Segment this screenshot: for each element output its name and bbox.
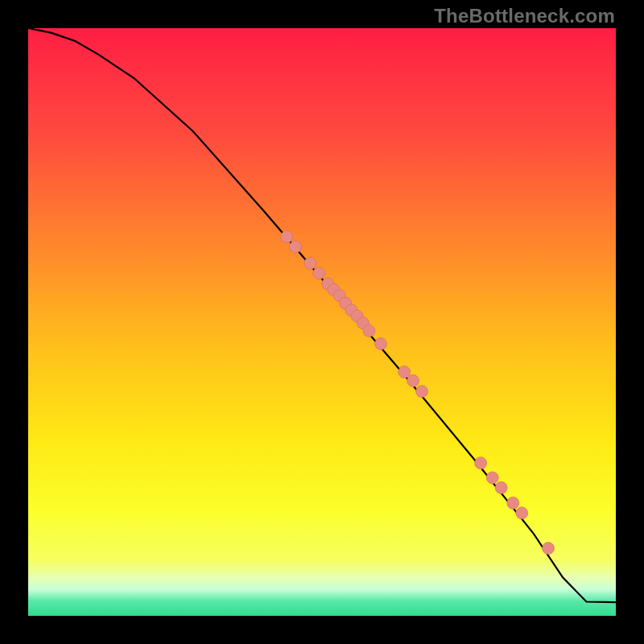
chart-svg: [28, 28, 616, 616]
data-point: [486, 472, 498, 484]
gradient-background: [28, 28, 616, 616]
data-point: [475, 457, 487, 469]
data-point: [281, 231, 293, 243]
data-point: [375, 338, 387, 350]
data-point: [304, 258, 316, 270]
watermark-text: TheBottleneck.com: [434, 5, 615, 27]
data-point: [363, 324, 375, 336]
data-point: [543, 543, 555, 555]
chart-frame: TheBottleneck.com: [0, 0, 644, 644]
data-point: [416, 386, 428, 398]
data-point: [507, 497, 519, 509]
data-point: [313, 267, 325, 279]
data-point: [516, 507, 528, 519]
plot-area: [28, 28, 616, 616]
data-point: [398, 366, 411, 378]
data-point: [407, 375, 419, 387]
data-point: [495, 481, 507, 493]
data-point: [290, 241, 302, 253]
